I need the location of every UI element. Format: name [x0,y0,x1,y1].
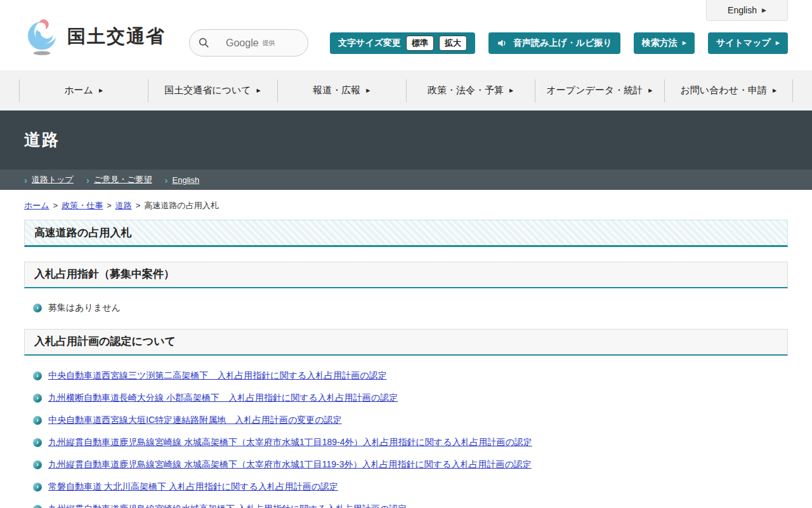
search-provided-by-label: 提供 [263,39,275,48]
arrow-right-icon: ▶ [509,88,513,93]
bullet-chevron-icon: › [33,483,42,491]
bullet-chevron-icon: › [33,505,42,508]
arrow-right-icon: ▶ [366,88,370,93]
no-recruiting-text: 募集はありません [48,302,121,314]
certification-link[interactable]: 中央自動車道西宮線三ツ渕第二高架橋下 入札占用指針に関する入札占用計画の認定 [48,370,387,382]
section-banner-title: 道路 [24,129,60,151]
main-content: ホーム>政策・仕事>道路>高速道路の占用入札 高速道路の占用入札 入札占用指針（… [0,200,812,508]
breadcrumb-current: 高速道路の占用入札 [144,201,218,210]
search-method-label: 検索方法 [642,37,678,49]
bullet-chevron-icon: › [33,438,42,447]
site-logo[interactable]: 国土交通省 [23,17,166,57]
breadcrumb-separator: > [136,201,141,210]
bullet-chevron-icon: › [33,394,42,403]
banner-link-feedback[interactable]: › ご意見・ご要望 [86,174,152,185]
nav-item-label: ホーム [64,84,93,97]
nav-item-contact[interactable]: お問い合わせ・申請 ▶ [664,70,793,110]
arrow-right-icon: ▶ [648,88,652,93]
arrow-right-icon: ▶ [257,88,261,93]
list-item: › 常磐自動車道 大北川高架橋下 入札占用指針に関する入札占用計画の認定 [33,481,788,493]
nav-item-policy[interactable]: 政策・法令・予算 ▶ [406,70,535,110]
nav-item-home[interactable]: ホーム ▶ [19,70,148,110]
section-banner-links: › 道路トップ › ご意見・ご要望 › English [0,170,812,190]
section-heading-recruiting: 入札占用指針（募集中案件） [24,262,788,288]
sitemap-label: サイトマップ [716,37,771,49]
list-item: › 中央自動車道西宮線三ツ渕第二高架橋下 入札占用指針に関する入札占用計画の認定 [33,370,788,382]
list-item: › 九州縦貫自動車道鹿児島線宮崎線 水城高架橋下（太宰府市水城1丁目189-4外… [33,437,788,448]
search-icon [199,37,209,48]
site-header: 国土交通省 Google 提供 English ▶ 文字サイズ変更 標準 拡大 [0,0,812,70]
certification-link[interactable]: 九州縦貫自動車道鹿児島線宮崎線水城高架橋下 入札占用指針に関する入札占用計画の認… [48,504,407,508]
breadcrumb-separator: > [107,201,112,210]
nav-item-label: 報道・広報 [313,84,360,97]
chevron-right-icon: › [24,175,27,185]
font-size-control: 文字サイズ変更 標準 拡大 [330,32,475,54]
bullet-chevron-icon: › [33,416,42,425]
breadcrumb: ホーム>政策・仕事>道路>高速道路の占用入札 [24,200,788,211]
speech-readout-button[interactable]: 音声読み上げ・ルビ振り [488,32,620,54]
section-heading-certification: 入札占用計画の認定について [24,329,788,356]
breadcrumb-link-road[interactable]: 道路 [115,201,132,210]
arrow-right-icon: ▶ [773,88,776,93]
bullet-chevron-icon: › [33,371,42,380]
global-nav-inner: ホーム ▶ 国土交通省について ▶ 報道・広報 ▶ 政策・法令・予算 ▶ オープ… [19,70,793,110]
global-nav: ホーム ▶ 国土交通省について ▶ 報道・広報 ▶ 政策・法令・予算 ▶ オープ… [0,70,812,110]
arrow-right-icon: ▶ [762,8,766,13]
bullet-chevron-icon: › [33,304,42,312]
nav-item-label: 政策・法令・予算 [428,84,504,97]
sitemap-button[interactable]: サイトマップ ▶ [708,32,788,54]
font-size-standard-button[interactable]: 標準 [406,36,434,51]
english-button[interactable]: English ▶ [706,0,788,21]
certification-link[interactable]: 中央自動車道西宮線大垣IC特定連結路附属地 入札占用計画の変更の認定 [48,415,342,426]
certification-link[interactable]: 九州横断自動車道長崎大分線 小郡高架橋下 入札占用指針に関する入札占用計画の認定 [48,392,398,404]
banner-link-label[interactable]: English [173,175,200,185]
search-method-button[interactable]: 検索方法 ▶ [634,32,695,54]
certification-link-list: › 中央自動車道西宮線三ツ渕第二高架橋下 入札占用指針に関する入札占用計画の認定… [24,370,788,508]
nav-item-label: 国土交通省について [164,84,251,97]
page-title: 高速道路の占用入札 [24,220,788,247]
arrow-right-icon: ▶ [683,41,686,46]
search-provider-label: Google [226,37,259,49]
nav-item-label: お問い合わせ・申請 [681,84,767,97]
breadcrumb-link-policy[interactable]: 政策・仕事 [62,201,103,210]
site-search-input[interactable]: Google 提供 [189,29,308,57]
nav-item-opendata[interactable]: オープンデータ・統計 ▶ [535,70,664,110]
banner-link-label[interactable]: ご意見・ご要望 [94,174,152,185]
mlit-logo-icon [23,17,62,57]
list-item: › 九州縦貫自動車道鹿児島線宮崎線 水城高架橋下（太宰府市水城1丁目119-3外… [33,459,788,471]
font-size-label: 文字サイズ変更 [338,37,401,49]
chevron-right-icon: › [165,175,168,185]
site-title: 国土交通省 [67,24,166,50]
certification-link[interactable]: 九州縦貫自動車道鹿児島線宮崎線 水城高架橋下（太宰府市水城1丁目189-4外）入… [48,437,532,448]
breadcrumb-separator: > [53,201,58,210]
speaker-icon [497,37,508,49]
nav-item-about[interactable]: 国土交通省について ▶ [148,70,277,110]
list-item: › 九州縦貫自動車道鹿児島線宮崎線水城高架橋下 入札占用指針に関する入札占用計画… [33,504,788,508]
list-item: › 中央自動車道西宮線大垣IC特定連結路附属地 入札占用計画の変更の認定 [33,415,788,426]
nav-item-press[interactable]: 報道・広報 ▶ [277,70,406,110]
arrow-right-icon: ▶ [99,88,103,93]
chevron-right-icon: › [86,175,89,185]
banner-link-english[interactable]: › English [165,175,200,185]
page: 国土交通省 Google 提供 English ▶ 文字サイズ変更 標準 拡大 [0,0,812,508]
bullet-chevron-icon: › [33,460,42,469]
speech-readout-label: 音声読み上げ・ルビ振り [513,37,612,49]
header-toolbar: 文字サイズ変更 標準 拡大 音声読み上げ・ルビ振り 検索方法 ▶ サイトマップ … [330,32,788,54]
nav-item-label: オープンデータ・統計 [547,84,643,97]
english-button-label: English [728,5,757,15]
font-size-enlarge-button[interactable]: 拡大 [439,36,467,51]
certification-link[interactable]: 常磐自動車道 大北川高架橋下 入札占用指針に関する入札占用計画の認定 [48,481,338,493]
section-banner: 道路 [0,110,812,170]
breadcrumb-link-home[interactable]: ホーム [24,201,49,210]
arrow-right-icon: ▶ [776,41,780,46]
banner-link-road-top[interactable]: › 道路トップ [24,174,74,185]
certification-link[interactable]: 九州縦貫自動車道鹿児島線宮崎線 水城高架橋下（太宰府市水城1丁目119-3外）入… [48,459,532,471]
banner-link-label[interactable]: 道路トップ [32,174,74,185]
list-item: › 九州横断自動車道長崎大分線 小郡高架橋下 入札占用指針に関する入札占用計画の… [33,392,788,404]
list-item-no-recruiting: › 募集はありません [33,302,788,314]
